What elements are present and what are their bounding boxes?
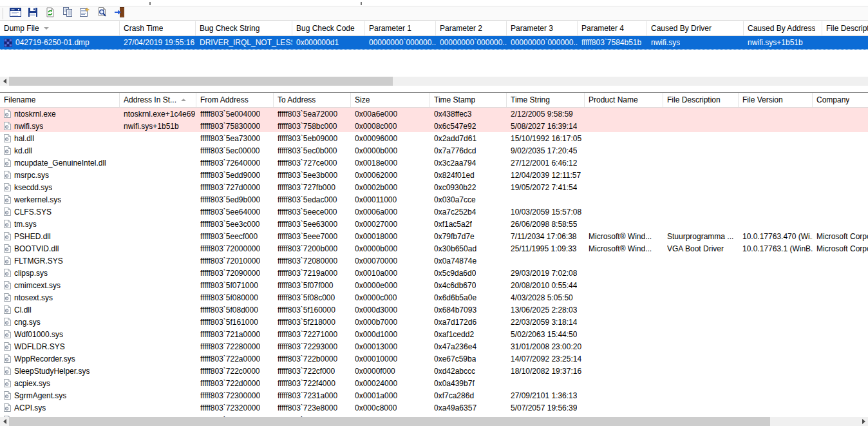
cell xyxy=(120,230,196,242)
refresh-button[interactable] xyxy=(41,6,59,20)
cell-text: 0x79fb7d7e xyxy=(434,232,475,241)
save-button[interactable] xyxy=(24,6,41,20)
scroll-right-arrow-icon[interactable] xyxy=(859,417,868,426)
table-row[interactable]: msrpc.sysfffff803`5edd9000fffff803`5ee3b… xyxy=(0,169,868,181)
scroll-left-arrow-icon[interactable] xyxy=(0,77,9,86)
column-header-caused-by-address[interactable]: Caused By Address xyxy=(744,21,822,35)
table-row[interactable]: cmimcext.sysfffff803`5f071000fffff803`5f… xyxy=(0,279,868,291)
cell: 5/07/2057 19:56:39 xyxy=(507,402,585,414)
column-header-from-address[interactable]: From Address xyxy=(196,93,274,107)
table-row[interactable]: WDFLDR.SYSfffff803`72280000fffff803`7229… xyxy=(0,340,868,353)
column-header-company[interactable]: Company xyxy=(813,93,868,107)
column-header-size[interactable]: Size xyxy=(351,93,430,107)
table-row[interactable]: 042719-6250-01.dmp27/04/2019 19:55:16DRI… xyxy=(0,36,868,50)
report-options-button[interactable] xyxy=(6,6,24,20)
column-header-to-address[interactable]: To Address xyxy=(274,93,351,107)
cell: 0x0008c000 xyxy=(351,120,430,132)
cell-text: SleepStudyHelper.sys xyxy=(14,367,90,376)
scrollbar-thumb[interactable] xyxy=(9,77,393,86)
table-row[interactable]: ACPI.sysfffff803`72320000fffff803`723e80… xyxy=(0,402,868,414)
cell: mcupdate_GenuineIntel.dll xyxy=(0,157,120,169)
column-header-file-description[interactable]: File Description xyxy=(663,93,739,107)
table-row[interactable]: WppRecorder.sysfffff803`722a0000fffff803… xyxy=(0,353,868,365)
column-header-label: Time Stamp xyxy=(434,95,475,104)
column-header-parameter-2[interactable]: Parameter 2 xyxy=(436,21,507,35)
column-header-address-in-st[interactable]: Address In St... xyxy=(120,93,196,107)
cell: 0xa7d172d6 xyxy=(430,316,507,328)
column-header-dump-file[interactable]: Dump File xyxy=(0,21,120,35)
table-row[interactable]: ksecdd.sysfffff803`727d0000fffff803`727f… xyxy=(0,181,868,193)
cell-text: cng.sys xyxy=(14,318,41,327)
column-header-parameter-3[interactable]: Parameter 3 xyxy=(507,21,578,35)
cell: fffff803`722d0000 xyxy=(196,377,274,389)
find-button[interactable] xyxy=(93,6,111,20)
module-file-icon xyxy=(4,232,11,240)
table-row[interactable]: Wdf01000.sysfffff803`721a0000fffff803`72… xyxy=(0,328,868,340)
table-row[interactable]: hal.dllfffff803`5ea73000fffff803`5eb0900… xyxy=(0,132,868,144)
cell: fffff803`5f08d000 xyxy=(196,304,274,316)
cell: ntosext.sys xyxy=(0,291,120,304)
properties-button[interactable] xyxy=(76,6,93,20)
table-row[interactable]: FLTMGR.SYSfffff803`72010000fffff803`7208… xyxy=(0,255,868,267)
table-row[interactable]: mcupdate_GenuineIntel.dllfffff803`726400… xyxy=(0,157,868,169)
column-header-product-name[interactable]: Product Name xyxy=(585,93,663,107)
table-row[interactable]: tm.sysfffff803`5ee3c000fffff803`5ee63000… xyxy=(0,218,868,230)
cell: 0xf1ac5a2f xyxy=(430,218,507,230)
cell-text: fffff803`5ec0b000 xyxy=(278,146,337,155)
column-header-parameter-4[interactable]: Parameter 4 xyxy=(578,21,647,35)
cell-text: 0x030a7cce xyxy=(434,195,476,204)
table-row[interactable]: PSHED.dllfffff803`5eecf000fffff803`5eee7… xyxy=(0,230,868,242)
scroll-left-arrow-icon[interactable] xyxy=(0,417,9,426)
dump-horizontal-scrollbar[interactable] xyxy=(0,77,868,86)
column-header-parameter-1[interactable]: Parameter 1 xyxy=(365,21,436,35)
cell: 0x0a439b7f xyxy=(430,377,507,389)
cell: fffff803`722a0000 xyxy=(196,353,274,365)
cell xyxy=(739,377,813,389)
cell-text: fffff803`727fb000 xyxy=(278,183,335,192)
cell-text: nwifi.sys+1b51b xyxy=(124,122,179,131)
cell: 0x0002b000 xyxy=(351,181,430,193)
sort-indicator-icon xyxy=(181,99,186,101)
table-row[interactable]: acpiex.sysfffff803`722d0000fffff803`722f… xyxy=(0,377,868,389)
exit-button[interactable] xyxy=(111,6,128,20)
copy-button[interactable] xyxy=(59,6,76,20)
cell-text: fffff803`72293000 xyxy=(278,342,337,351)
column-header-label: File Description xyxy=(667,95,721,104)
modules-horizontal-scrollbar[interactable] xyxy=(0,417,868,426)
cell-text: werkernel.sys xyxy=(14,195,61,204)
scrollbar-thumb[interactable] xyxy=(9,417,770,426)
table-row[interactable]: ntosext.sysfffff803`5f080000fffff803`5f0… xyxy=(0,291,868,304)
cell-text: CLFS.SYS xyxy=(14,208,52,217)
column-header-time-string[interactable]: Time String xyxy=(507,93,585,107)
cell-text: ntoskrnl.exe+1c4e69 xyxy=(124,110,195,119)
table-row[interactable]: Cl.dllfffff803`5f08d000fffff803`5f160000… xyxy=(0,304,868,316)
column-header-time-stamp[interactable]: Time Stamp xyxy=(430,93,507,107)
column-header-file-description[interactable]: File Description xyxy=(822,21,868,35)
cell xyxy=(663,144,739,157)
table-row[interactable]: CLFS.SYSfffff803`5ee64000fffff803`5eece0… xyxy=(0,206,868,218)
table-row[interactable]: BOOTVID.dllfffff803`72000000fffff803`720… xyxy=(0,242,868,255)
column-header-caused-by-driver[interactable]: Caused By Driver xyxy=(647,21,744,35)
cell: 0x30b650ad xyxy=(430,242,507,255)
column-header-crash-time[interactable]: Crash Time xyxy=(120,21,196,35)
cell: 0x00062000 xyxy=(351,169,430,181)
column-header-bug-check-code[interactable]: Bug Check Code xyxy=(292,21,365,35)
cell xyxy=(739,169,813,181)
table-row[interactable]: SleepStudyHelper.sysfffff803`722c0000fff… xyxy=(0,365,868,377)
table-row[interactable]: cng.sysfffff803`5f161000fffff803`5f21800… xyxy=(0,316,868,328)
cell xyxy=(120,267,196,279)
table-row[interactable]: werkernel.sysfffff803`5ed9b000fffff803`5… xyxy=(0,193,868,206)
cell xyxy=(585,353,663,365)
cell-text: 0xa7c252b4 xyxy=(434,208,476,217)
column-header-bug-check-string[interactable]: Bug Check String xyxy=(196,21,292,35)
table-row[interactable]: ntoskrnl.exentoskrnl.exe+1c4e69fffff803`… xyxy=(0,108,868,120)
column-header-file-version[interactable]: File Version xyxy=(739,93,813,107)
cell: 0x00096000 xyxy=(351,132,430,144)
column-header-filename[interactable]: Filename xyxy=(0,93,120,107)
table-row[interactable]: SgrmAgent.sysfffff803`72300000fffff803`7… xyxy=(0,389,868,402)
cell-text: fffff803`72000000 xyxy=(200,244,260,253)
table-row[interactable]: clipsp.sysfffff803`72090000fffff803`7219… xyxy=(0,267,868,279)
cell-text: 5/08/2027 16:39:14 xyxy=(511,122,577,131)
table-row[interactable]: nwifi.sysnwifi.sys+1b51bfffff803`7583000… xyxy=(0,120,868,132)
table-row[interactable]: kd.dllfffff803`5ec00000fffff803`5ec0b000… xyxy=(0,144,868,157)
